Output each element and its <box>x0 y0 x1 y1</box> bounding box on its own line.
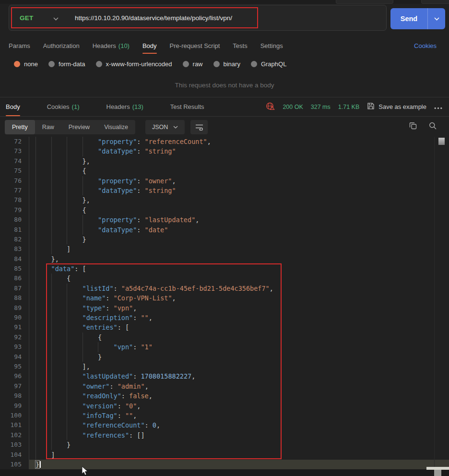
code-line-95: 95 ], <box>0 362 449 371</box>
save-as-example-button[interactable]: Save as example <box>367 102 426 112</box>
code-line-103: 103 } <box>0 440 449 450</box>
line-number: 74 <box>0 156 29 166</box>
code-line-83: 83 ] <box>0 244 449 254</box>
code-line-94: 94 } <box>0 352 449 362</box>
tab-settings[interactable]: Settings <box>260 37 283 54</box>
code-line-98: 98 "readOnly": false, <box>0 391 449 401</box>
vertical-scrollbar-thumb[interactable] <box>438 138 445 145</box>
tab-headers[interactable]: Headers(13) <box>106 97 143 116</box>
view-mode-pretty[interactable]: Pretty <box>5 120 35 134</box>
response-size[interactable]: 1.71 KB <box>338 104 359 110</box>
line-number: 104 <box>0 450 29 460</box>
format-dropdown-label: JSON <box>152 124 168 131</box>
tab-cookies[interactable]: Cookies(1) <box>47 97 80 116</box>
request-url-bar[interactable]: GET https://10.10.20.90/dataservice/temp… <box>9 5 387 31</box>
wrap-text-icon <box>195 124 203 131</box>
format-dropdown[interactable]: JSON <box>145 120 185 134</box>
code-line-77: 77 "dataType": "string" <box>0 186 449 195</box>
code-line-80: 80 "property": "lastUpdated", <box>0 215 449 225</box>
line-number: 82 <box>0 235 29 244</box>
code-line-73: 73 "dataType": "string" <box>0 146 449 156</box>
code-line-79: 79 { <box>0 205 449 215</box>
radio-icon[interactable] <box>183 61 189 67</box>
chevron-down-icon[interactable] <box>53 14 59 23</box>
code-line-96: 96 "lastUpdated": 1708015882227, <box>0 371 449 381</box>
send-button-label: Send <box>390 15 427 23</box>
tab-headers[interactable]: Headers(10) <box>93 37 130 54</box>
line-number: 96 <box>0 371 29 381</box>
text-cursor <box>40 461 41 468</box>
body-type-graphql[interactable]: GraphQL <box>251 60 286 68</box>
line-number: 99 <box>0 401 29 411</box>
line-number: 105 <box>0 460 29 469</box>
body-type-binary[interactable]: binary <box>213 60 240 68</box>
radio-icon[interactable] <box>48 61 55 67</box>
vertical-scrollbar-track[interactable] <box>434 137 435 469</box>
line-number: 102 <box>0 430 29 440</box>
empty-body-message: This request does not have a body <box>0 82 449 89</box>
tab-test-results[interactable]: Test Results <box>170 97 204 116</box>
send-options-chevron-icon[interactable] <box>428 17 445 21</box>
view-mode-preview[interactable]: Preview <box>61 120 97 134</box>
search-icon[interactable] <box>429 122 437 131</box>
code-line-75: 75 { <box>0 166 449 176</box>
viewer-actions <box>409 122 437 131</box>
response-meta: 200 OK 327 ms 1.71 KB Save as example <box>266 97 442 116</box>
code-line-88: 88 "name": "Corp-VPN-List", <box>0 293 449 303</box>
mouse-cursor <box>82 466 89 476</box>
top-notch <box>421 0 449 4</box>
code-line-99: 99 "version": "0", <box>0 401 449 411</box>
view-mode-visualize[interactable]: Visualize <box>97 120 135 134</box>
line-number: 84 <box>0 254 29 264</box>
tab-body[interactable]: Body <box>6 97 20 116</box>
code-line-105: 105} <box>0 460 449 469</box>
bottom-strip <box>0 469 449 476</box>
line-number: 75 <box>0 166 29 176</box>
save-as-example-label: Save as example <box>378 103 426 110</box>
code-line-102: 102 "references": [] <box>0 430 449 440</box>
response-time[interactable]: 327 ms <box>311 104 331 110</box>
line-number: 97 <box>0 381 29 391</box>
radio-icon[interactable] <box>96 61 102 67</box>
code-line-87: 87 "listId": "a5d4c74a-cc1b-45ef-bd21-5d… <box>0 284 449 293</box>
copy-icon[interactable] <box>409 122 417 131</box>
body-type-form-data[interactable]: form-data <box>48 60 85 68</box>
line-number: 83 <box>0 244 29 254</box>
network-warning-icon[interactable] <box>266 102 275 112</box>
radio-icon[interactable] <box>251 61 257 67</box>
code-line-86: 86 { <box>0 274 449 283</box>
body-type-x-www-form-urlencoded[interactable]: x-www-form-urlencoded <box>96 60 172 68</box>
radio-icon[interactable] <box>14 61 20 67</box>
scrollbar-corner-handle[interactable] <box>434 470 441 476</box>
code-line-100: 100 "infoTag": "", <box>0 411 449 420</box>
cookies-link[interactable]: Cookies <box>414 37 437 54</box>
tab-params[interactable]: Params <box>9 37 30 54</box>
postman-app: GET https://10.10.20.90/dataservice/temp… <box>0 0 449 476</box>
request-tabs: ParamsAuthorizationHeaders(10)BodyPre-re… <box>9 37 283 54</box>
chevron-down-icon <box>173 126 178 129</box>
code-line-72: 72 "property": "referenceCount", <box>0 137 449 146</box>
response-tabs: BodyCookies(1)Headers(13)Test Results <box>6 97 204 116</box>
code-line-101: 101 "referenceCount": 0, <box>0 420 449 430</box>
send-button[interactable]: Send <box>390 8 445 29</box>
body-type-raw[interactable]: raw <box>183 60 203 68</box>
code-line-78: 78 }, <box>0 195 449 205</box>
code-line-85: 85 "data": [ <box>0 264 449 274</box>
tab-authorization[interactable]: Authorization <box>43 37 80 54</box>
code-line-82: 82 } <box>0 235 449 244</box>
response-body-editor[interactable]: 72 "property": "referenceCount",73 "data… <box>0 137 449 469</box>
status-badge[interactable]: 200 OK <box>283 104 303 110</box>
tab-tests[interactable]: Tests <box>233 37 247 54</box>
radio-icon[interactable] <box>213 61 220 67</box>
wrap-text-button[interactable] <box>190 120 208 134</box>
line-number: 85 <box>0 264 29 274</box>
tab-pre-request-script[interactable]: Pre-request Script <box>170 37 220 54</box>
more-options-icon[interactable] <box>434 103 442 111</box>
code-line-90: 90 "description": "", <box>0 313 449 322</box>
method-selector[interactable]: GET <box>20 5 34 30</box>
view-mode-raw[interactable]: Raw <box>35 120 61 134</box>
body-type-none[interactable]: none <box>14 60 38 68</box>
url-field[interactable]: https://10.10.20.90/dataservice/template… <box>75 5 232 30</box>
tab-body[interactable]: Body <box>142 37 157 54</box>
line-number: 89 <box>0 303 29 313</box>
